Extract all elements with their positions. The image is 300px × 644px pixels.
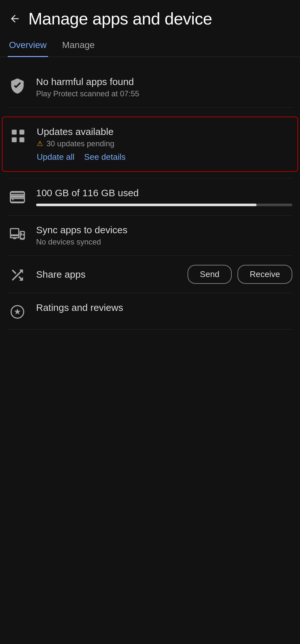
header: Manage apps and device [0,0,300,35]
play-protect-subtitle: Play Protect scanned at 07:55 [36,89,292,98]
content-area: No harmful apps found Play Protect scann… [0,57,300,340]
storage-bar-fill [36,204,256,206]
tab-overview[interactable]: Overview [8,35,48,57]
share-buttons: Send Receive [188,265,292,284]
storage-section: 100 GB of 116 GB used [8,178,292,215]
ratings-section: Ratings and reviews [8,293,292,329]
storage-bar [36,204,292,206]
svg-rect-3 [19,137,24,142]
share-section: Share apps Send Receive [8,256,292,293]
svg-rect-13 [21,233,22,236]
tabs-bar: Overview Manage [0,35,300,57]
updates-title: Updates available [37,126,292,137]
share-title: Share apps [36,269,85,280]
share-row: Share apps Send Receive [8,265,292,284]
page-title: Manage apps and device [28,9,212,28]
svg-rect-14 [23,234,24,235]
play-protect-section: No harmful apps found Play Protect scann… [8,67,292,107]
sync-icon [8,226,27,243]
svg-rect-10 [20,231,24,239]
apps-grid-icon [8,128,28,144]
star-icon [8,303,27,320]
back-button[interactable] [8,12,22,26]
svg-rect-8 [10,235,19,238]
update-all-button[interactable]: Update all [37,152,74,162]
svg-rect-1 [19,130,24,135]
sync-title: Sync apps to devices [36,225,292,235]
svg-rect-11 [21,238,22,240]
divider-6 [8,329,292,330]
share-icon [8,267,27,284]
svg-point-6 [12,199,14,200]
updates-subtitle: ⚠ 30 updates pending [37,139,292,148]
tab-manage[interactable]: Manage [61,35,96,57]
receive-button[interactable]: Receive [237,265,292,284]
shield-icon [8,78,27,94]
share-label-area: Share apps [8,265,188,284]
ratings-content: Ratings and reviews [36,302,292,313]
play-protect-title: No harmful apps found [36,76,292,87]
play-protect-content: No harmful apps found Play Protect scann… [36,76,292,98]
svg-rect-12 [23,238,24,240]
svg-rect-9 [13,238,16,239]
svg-rect-7 [10,229,19,235]
see-details-button[interactable]: See details [84,152,126,162]
storage-title: 100 GB of 116 GB used [36,187,292,198]
storage-content: 100 GB of 116 GB used [36,187,292,206]
updates-section: Updates available ⚠ 30 updates pending U… [2,117,298,172]
sync-content: Sync apps to devices No devices synced [36,225,292,246]
ratings-title: Ratings and reviews [36,302,292,313]
warning-icon: ⚠ [37,139,43,148]
updates-wrapper: Updates available ⚠ 30 updates pending U… [8,108,292,172]
send-button[interactable]: Send [188,265,232,284]
sync-section: Sync apps to devices No devices synced [8,216,292,255]
svg-rect-0 [12,130,17,135]
spacer-1 [8,172,292,178]
updates-content: Updates available ⚠ 30 updates pending U… [37,126,292,162]
svg-rect-2 [12,137,17,142]
storage-icon [8,189,27,206]
sync-subtitle: No devices synced [36,237,292,246]
update-actions: Update all See details [37,152,292,162]
